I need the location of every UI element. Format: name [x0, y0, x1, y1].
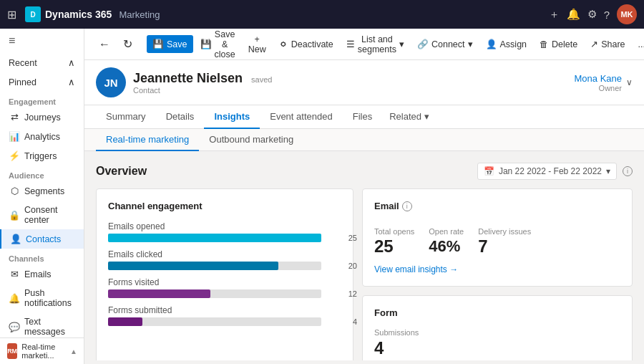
- refresh-button[interactable]: ↻: [117, 33, 138, 55]
- share-button[interactable]: ↗ Share: [585, 35, 630, 53]
- sidebar-toggle[interactable]: ≡: [0, 29, 84, 53]
- pinned-label: Pinned: [9, 77, 36, 87]
- sidebar-item-analytics[interactable]: 📊 Analytics: [0, 127, 84, 146]
- emails-label: Emails: [24, 269, 75, 279]
- bottom-bar[interactable]: RM Real-time marketi... ▲: [0, 337, 84, 364]
- list-segments-button[interactable]: ☰ List and segments ▾: [341, 31, 410, 58]
- journeys-icon: ⇄: [9, 112, 20, 123]
- delete-button[interactable]: 🗑 Delete: [534, 36, 583, 53]
- delete-icon: 🗑: [540, 39, 549, 49]
- sidebar-item-recent[interactable]: Recent ∧: [0, 53, 84, 72]
- tab-event-attended[interactable]: Event attended: [260, 105, 342, 129]
- sidebar-item-triggers[interactable]: ⚡ Triggers: [0, 146, 84, 166]
- tab-summary[interactable]: Summary: [96, 105, 156, 129]
- sub-tabs-bar: Real-time marketing Outbound marketing: [84, 129, 644, 151]
- bar-forms-submitted-fill: [108, 317, 142, 326]
- deactivate-button[interactable]: ⭘ Deactivate: [273, 36, 339, 53]
- bar-emails-opened-fill: [108, 234, 321, 242]
- tab-details[interactable]: Details: [156, 105, 205, 129]
- bar-forms-submitted-track: [108, 317, 321, 326]
- entity-header: JN Jeannette Nielsen saved Contact Mona …: [84, 60, 644, 105]
- analytics-label: Analytics: [24, 132, 75, 142]
- channel-card-title: Channel engagement: [108, 201, 341, 211]
- bar-forms-submitted-value: 4: [353, 317, 357, 326]
- bar-forms-submitted: Forms submitted 4: [108, 305, 341, 326]
- tabs-bar: Summary Details Insights Event attended …: [84, 105, 644, 129]
- top-nav-right: ＋ 🔔 ⚙ ? MK: [549, 4, 637, 24]
- date-chevron-icon: ▾: [606, 166, 610, 176]
- tab-files[interactable]: Files: [343, 105, 382, 129]
- bar-forms-submitted-label: Forms submitted: [108, 305, 341, 315]
- date-range-picker[interactable]: 📅 Jan 22 2022 - Feb 22 2022 ▾: [477, 163, 617, 180]
- top-nav: ⊞ D Dynamics 365 Marketing ＋ 🔔 ⚙ ? MK: [0, 0, 644, 29]
- bar-emails-opened-label: Emails opened: [108, 221, 341, 231]
- new-icon[interactable]: ＋: [549, 8, 560, 21]
- contacts-icon: 👤: [10, 234, 21, 244]
- open-rate-label: Open rate: [429, 227, 464, 236]
- overview-header: Overview 📅 Jan 22 2022 - Feb 22 2022 ▾ i: [96, 163, 633, 180]
- journeys-label: Journeys: [24, 112, 75, 123]
- channel-engagement-card: Channel engagement Emails opened 25: [96, 188, 353, 360]
- more-button[interactable]: ...: [633, 36, 644, 53]
- right-cards-column: Email i Total opens 25 Open rate 46%: [362, 188, 633, 360]
- open-rate-value: 46%: [429, 237, 464, 256]
- bell-icon[interactable]: 🔔: [567, 8, 580, 21]
- email-icon: ✉: [9, 269, 20, 279]
- calendar-icon: 📅: [484, 166, 494, 176]
- push-label: Push notifications: [24, 288, 75, 308]
- sidebar-item-segments[interactable]: ⬡ Segments: [0, 181, 84, 201]
- bar-emails-opened-track: [108, 234, 321, 242]
- back-button[interactable]: ←: [93, 34, 116, 55]
- segments-icon: ⬡: [9, 186, 20, 196]
- list-icon: ☰: [346, 39, 355, 49]
- sidebar-item-push[interactable]: 🔔 Push notifications: [0, 284, 84, 312]
- sidebar-item-emails[interactable]: ✉ Emails: [0, 264, 84, 284]
- email-stats: Total opens 25 Open rate 46% Delivery is…: [374, 227, 620, 256]
- avatar[interactable]: MK: [617, 4, 637, 24]
- bar-emails-clicked: Emails clicked 20: [108, 249, 341, 270]
- help-icon[interactable]: ?: [604, 9, 610, 21]
- overview-info-icon[interactable]: i: [623, 166, 633, 176]
- sidebar: ≡ Recent ∧ Pinned ∧ Engagement ⇄ Journey…: [0, 29, 84, 364]
- tab-insights[interactable]: Insights: [204, 105, 260, 129]
- view-email-insights-link[interactable]: View email insights →: [374, 264, 620, 274]
- tab-related[interactable]: Related ▾: [382, 105, 436, 129]
- recent-label: Recent: [9, 58, 37, 68]
- list-chevron-icon: ▾: [399, 39, 404, 49]
- entity-avatar: JN: [96, 67, 126, 97]
- email-info-icon[interactable]: i: [402, 201, 412, 211]
- bar-emails-clicked-value: 20: [348, 262, 357, 270]
- assign-button[interactable]: 👤 Assign: [480, 35, 533, 53]
- entity-type: Contact: [133, 86, 272, 95]
- settings-icon[interactable]: ⚙: [587, 8, 597, 21]
- save-button[interactable]: 💾 Save: [147, 35, 193, 53]
- save-close-button[interactable]: 💾 Save & close: [195, 29, 241, 63]
- consent-label: Consent center: [24, 205, 75, 225]
- connect-button[interactable]: 🔗 Connect ▾: [411, 35, 479, 53]
- entity-header-left: JN Jeannette Nielsen saved Contact: [96, 67, 272, 97]
- main-content: Overview 📅 Jan 22 2022 - Feb 22 2022 ▾ i…: [84, 151, 644, 360]
- engagement-section-label: Engagement: [0, 92, 84, 107]
- sub-tab-realtime[interactable]: Real-time marketing: [96, 129, 199, 151]
- entity-name: Jeannette Nielsen: [133, 71, 243, 86]
- sidebar-item-consent[interactable]: 🔒 Consent center: [0, 201, 84, 229]
- sidebar-item-contacts[interactable]: 👤 Contacts: [0, 229, 84, 249]
- sidebar-item-pinned[interactable]: Pinned ∧: [0, 72, 84, 92]
- module-name: Marketing: [119, 9, 160, 20]
- bar-forms-visited-value: 12: [348, 289, 357, 298]
- total-opens-value: 25: [374, 237, 414, 256]
- sidebar-item-sms[interactable]: 💬 Text messages: [0, 312, 84, 341]
- sub-tab-outbound[interactable]: Outbound marketing: [199, 129, 303, 151]
- owner-chevron-icon[interactable]: ∨: [626, 77, 633, 87]
- sidebar-item-journeys[interactable]: ⇄ Journeys: [0, 107, 84, 127]
- command-bar: ← ↻ 💾 Save 💾 Save & close + New ⭘ Deacti…: [84, 29, 644, 60]
- new-button[interactable]: + New: [243, 31, 272, 58]
- save-icon: 💾: [152, 39, 164, 49]
- assign-icon: 👤: [486, 39, 497, 49]
- share-icon: ↗: [590, 39, 598, 49]
- entity-name-group: Jeannette Nielsen saved Contact: [133, 71, 272, 95]
- recent-chevron: ∧: [68, 57, 75, 68]
- owner-name[interactable]: Mona Kane: [575, 73, 623, 84]
- app-grid-icon[interactable]: ⊞: [7, 8, 16, 21]
- bar-emails-clicked-fill: [108, 262, 278, 270]
